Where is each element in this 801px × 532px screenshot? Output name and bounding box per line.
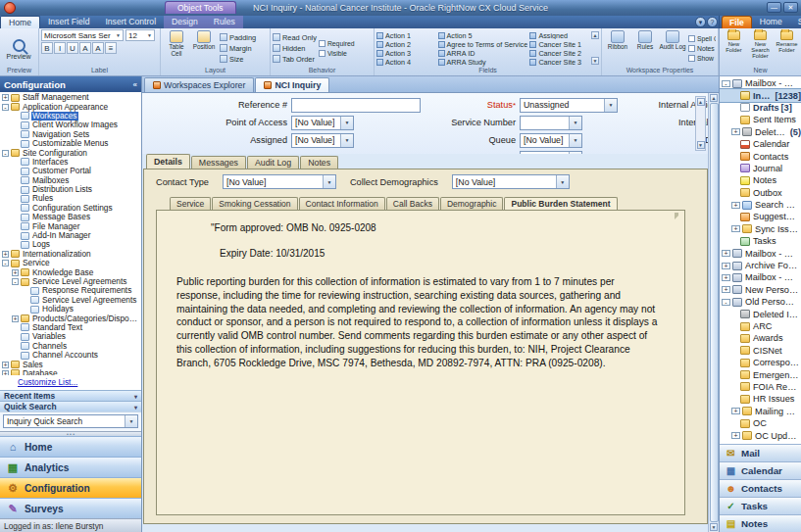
inner-tab[interactable]: Smoking Cessation (212, 197, 297, 210)
reference-input[interactable] (291, 98, 421, 113)
point-of-access-select[interactable]: [No Value] (291, 116, 354, 130)
expand-toggle-icon[interactable]: + (722, 286, 730, 293)
workspace-big-button[interactable]: Audit Log (659, 29, 686, 67)
outlook-file-tab[interactable]: File (722, 16, 752, 28)
mail-folder-item[interactable]: Outbox (720, 187, 801, 199)
tree-item[interactable]: Navigation Sets (0, 130, 141, 139)
workspace-checkbox[interactable]: Spell Check (688, 34, 716, 43)
outlook-new-button[interactable]: Rename Folder (775, 29, 799, 67)
sidebar-nav-button[interactable]: Analytics (0, 457, 141, 477)
mail-folder-item[interactable]: + New Personal Folders (720, 284, 801, 296)
app-menu-button[interactable] (4, 2, 16, 14)
tree-item[interactable]: Add-In Manager (0, 231, 141, 240)
mail-folder-item[interactable]: + OC Update (720, 429, 801, 441)
format-button[interactable]: U (67, 42, 78, 54)
assigned-select[interactable]: [No Value] (291, 133, 354, 148)
outlook-new-button[interactable]: New Folder (722, 29, 746, 67)
format-button[interactable]: A (92, 42, 104, 54)
outlook-ribbon-tab[interactable]: Send / R (790, 16, 801, 28)
expand-toggle-icon[interactable]: + (731, 202, 740, 209)
expand-toggle-icon[interactable]: - (12, 278, 19, 285)
sidebar-nav-button[interactable]: Configuration (0, 477, 141, 498)
preview-button[interactable]: Preview (2, 29, 35, 67)
field-chip[interactable]: Action 5 (438, 31, 528, 39)
format-button[interactable]: I (54, 42, 66, 54)
mail-folder-item[interactable]: + Mailbox - NCI OCE Training T (720, 247, 801, 259)
tree-item[interactable]: + Products/Categories/Dispositions (0, 314, 141, 322)
ribbon-tab[interactable]: Insert Control (97, 16, 164, 28)
layout-big-button[interactable]: Position (190, 29, 218, 67)
expand-toggle-icon[interactable]: + (731, 225, 740, 232)
layout-small-button[interactable]: Margin (220, 43, 256, 53)
format-button[interactable]: A (79, 42, 91, 54)
mail-folder-item[interactable]: Emergency Preparedness (720, 368, 801, 380)
layout-small-button[interactable]: Padding (220, 32, 256, 42)
tree-item[interactable]: Distribution Lists (0, 185, 141, 194)
tree-item[interactable]: Client Workflow Images (0, 121, 141, 129)
mail-folder-item[interactable]: - Old Personal Folders (720, 296, 801, 308)
field-chip[interactable]: Cancer Site 1 (529, 40, 589, 48)
inner-tab[interactable]: Contact Information (299, 197, 385, 210)
outlook-new-button[interactable]: New Search Folder (748, 29, 773, 67)
expand-toggle-icon[interactable]: + (12, 269, 19, 276)
help-button[interactable]: ? (707, 17, 718, 27)
scroll-up-icon[interactable]: ▲ (710, 94, 718, 102)
mail-folder-item[interactable]: + Sync Issues (720, 223, 801, 235)
inner-tab[interactable]: Public Burden Statement (504, 197, 617, 210)
tree-item[interactable]: - Service Level Agreements (0, 277, 141, 286)
expand-toggle-icon[interactable]: + (731, 432, 740, 439)
form-scrollbar[interactable]: ▲ ▼ (695, 96, 706, 151)
mail-folder-item[interactable]: ARC (720, 320, 801, 332)
tree-item[interactable]: Workspaces (0, 112, 141, 121)
tree-item[interactable]: Configuration Settings (0, 204, 141, 213)
tree-item[interactable]: + Knowledge Base (0, 267, 141, 276)
expand-toggle-icon[interactable]: - (2, 104, 9, 111)
recent-items-bar[interactable]: Recent Items▾ (0, 390, 141, 401)
mail-folder-item[interactable]: + Archive Folders (720, 260, 801, 271)
mail-folder-item[interactable]: Drafts [3] (720, 102, 801, 114)
tree-item[interactable]: - Site Configuration (0, 148, 141, 157)
customize-list-link[interactable]: Customize List... (0, 375, 141, 390)
workspace-big-button[interactable]: Rules (631, 29, 659, 67)
mail-folder-item[interactable]: Contacts (720, 150, 801, 162)
mail-folder-item[interactable]: OC (720, 417, 801, 429)
mail-nav-button[interactable]: Contacts (720, 479, 801, 497)
field-chip[interactable]: Agree to Terms of Service (438, 40, 528, 48)
mail-nav-button[interactable]: Calendar (720, 461, 801, 479)
ribbon-tab[interactable]: Insert Field (40, 16, 98, 28)
context-ribbon-tab[interactable]: Design (164, 16, 206, 28)
tree-item[interactable]: + Internationalization (0, 250, 141, 259)
format-button[interactable]: ≡ (105, 42, 117, 54)
expand-toggle-icon[interactable]: - (722, 299, 730, 306)
detail-tab[interactable]: Details (146, 154, 190, 169)
contact-type-select[interactable]: [No Value] (223, 174, 336, 189)
field-chip[interactable]: ARRA ID (438, 50, 528, 58)
minimize-button[interactable]: — (767, 2, 781, 13)
layout-big-button[interactable]: Table Cell (163, 29, 190, 67)
scroll-down-icon[interactable]: ▼ (697, 141, 705, 149)
mail-folder-item[interactable]: Calendar (720, 138, 801, 150)
mail-folder-item[interactable]: + Mailbox - NCI Post Info of (720, 271, 801, 283)
field-chip[interactable]: ARRA Study (438, 59, 528, 67)
field-chip[interactable]: Action 1 (376, 31, 436, 39)
mail-folder-item[interactable]: FOIA Requests (720, 381, 801, 393)
ribbon-tab[interactable]: Home (0, 16, 40, 28)
quick-search-bar[interactable]: Quick Search▾ (0, 401, 141, 411)
queue-select[interactable]: [No Value] (520, 133, 582, 148)
detail-tab[interactable]: Audit Log (247, 156, 299, 169)
behavior-button[interactable]: Hidden (273, 43, 317, 53)
quick-search-select[interactable]: Inquiry Quick Search (3, 414, 138, 428)
mail-nav-button[interactable]: Notes (720, 514, 801, 532)
collect-demographics-select[interactable]: [No Value] (452, 174, 570, 189)
mail-nav-button[interactable]: Tasks (720, 497, 801, 514)
inner-tab[interactable]: Call Backs (386, 197, 439, 210)
scrollbar-thumb[interactable] (710, 103, 719, 522)
field-chip[interactable]: Cancer Site 3 (529, 59, 589, 67)
scroll-down-icon[interactable]: ▼ (710, 523, 718, 531)
field-chip[interactable]: Action 3 (376, 50, 436, 58)
expand-toggle-icon[interactable]: + (722, 263, 730, 269)
context-ribbon-tab[interactable]: Rules (206, 16, 243, 28)
status-select[interactable]: Unassigned (520, 98, 618, 113)
scroll-up-icon[interactable]: ▲ (697, 98, 705, 106)
tree-item[interactable]: File Manager (0, 221, 141, 230)
